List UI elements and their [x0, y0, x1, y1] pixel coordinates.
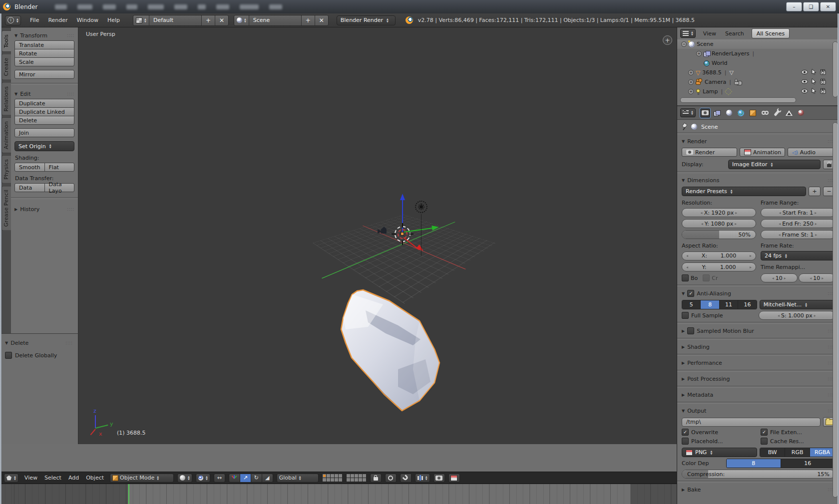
menu-render[interactable]: Render [44, 16, 71, 24]
aspect-y-field[interactable]: ◂Y:1.000▸ [682, 262, 756, 271]
viewport-menu-object[interactable]: Object [83, 475, 106, 481]
panel-header-output[interactable]: ▼Output:::: [682, 406, 835, 416]
restrict-cursor-icon[interactable] [812, 78, 817, 86]
rotate-manipulator-button[interactable]: ↻ [251, 474, 262, 483]
close-button[interactable]: ✕ [820, 2, 836, 11]
panel-header-motion-blur[interactable]: ▶Sampled Motion Blur:::: [682, 326, 835, 336]
render-presets-dropdown[interactable]: Render Presets [682, 187, 806, 196]
properties-tab-render[interactable] [700, 108, 711, 118]
pivot-point-dropdown[interactable] [196, 474, 210, 483]
translate-button[interactable]: Translate [14, 40, 74, 49]
add-layout-button[interactable]: + [201, 15, 215, 25]
join-button[interactable]: Join [14, 128, 74, 137]
restrict-camera-icon[interactable] [820, 69, 827, 76]
aspect-x-field[interactable]: ◂X:1.000▸ [682, 252, 756, 260]
outliner-row-camera[interactable]: +Camera| [677, 77, 839, 87]
layer-cell[interactable] [347, 478, 350, 482]
editor-type-3dview-button[interactable] [4, 474, 18, 483]
expander-plus-icon[interactable]: + [688, 70, 694, 75]
render-animation-button[interactable]: Animation [740, 148, 785, 157]
channel-rgba[interactable]: RGBA [810, 448, 835, 457]
snap-toggle-button[interactable] [400, 474, 412, 483]
outliner-row-scene[interactable]: −Scene [677, 39, 839, 49]
panel-header-antialiasing[interactable]: ▼Anti-Aliasing:::: [682, 288, 835, 298]
aa-sample-5[interactable]: 5 [682, 300, 701, 309]
restrict-eye-icon[interactable] [801, 88, 808, 95]
panel-header-post-processing[interactable]: ▶Post Processing:::: [682, 374, 835, 384]
panel-header-history[interactable]: ▶History:::: [14, 204, 74, 214]
minimize-button[interactable]: – [786, 2, 802, 11]
outliner-row-renderlayers[interactable]: +RenderLayers| [677, 49, 839, 58]
layer-cell[interactable] [363, 478, 366, 482]
manipulator-toggle-button[interactable]: ↔ [214, 474, 225, 483]
duplicate-linked-button[interactable]: Duplicate Linked [14, 107, 74, 116]
channel-bw[interactable]: BW [760, 448, 785, 457]
resolution-y-field[interactable]: ◂Y: 1080 px▸ [682, 219, 756, 228]
aa-sample-16[interactable]: 16 [738, 300, 756, 309]
mode-dropdown[interactable]: Object Mode [110, 474, 174, 483]
delete-button[interactable]: Delete [14, 116, 74, 125]
data-layo-button[interactable]: Data Layo [44, 183, 75, 192]
transform-orientation-dropdown[interactable]: Global [277, 474, 319, 483]
panel-header-dimensions[interactable]: ▼Dimensions:::: [682, 175, 835, 185]
outliner-menu-search[interactable]: Search [723, 30, 747, 37]
layout-name-field[interactable]: Default [149, 15, 201, 25]
output-path-field[interactable]: /tmp\ [682, 418, 821, 427]
editor-type-properties-button[interactable] [680, 108, 696, 117]
layer-cell[interactable] [327, 474, 330, 478]
outliner-display-mode[interactable]: All Scenes [752, 28, 790, 38]
filter-size-field[interactable]: ◂S: 1.000 px▸ [759, 311, 835, 320]
lamp-object[interactable] [415, 201, 427, 213]
close-layout-button[interactable]: ✕ [215, 15, 228, 25]
antialiasing-checkbox[interactable] [687, 290, 694, 297]
flat-shading-button[interactable]: Flat [44, 163, 75, 172]
properties-tab-modifiers[interactable] [772, 108, 783, 118]
panel-header-bake[interactable]: ▶Bake:::: [682, 485, 835, 495]
restrict-cursor-icon[interactable] [812, 69, 817, 76]
expander-plus-icon[interactable]: + [696, 51, 702, 56]
mirror-button[interactable]: Mirror [14, 70, 74, 79]
viewport-menu-view[interactable]: View [22, 475, 40, 481]
placehold-checkbox[interactable] [682, 438, 689, 445]
full-sample-checkbox[interactable] [682, 312, 689, 319]
panel-header-delete[interactable]: ▼Delete:::: [5, 338, 73, 348]
properties-tab-render-layers[interactable] [712, 108, 723, 118]
screen-layout-selector[interactable]: Default + ✕ [133, 15, 229, 26]
resolution-x-field[interactable]: ◂X: 1920 px▸ [682, 208, 756, 217]
close-scene-button[interactable]: ✕ [315, 15, 328, 25]
shelf-tab-animation[interactable]: Animation [1, 117, 11, 153]
aa-sample-11[interactable]: 11 [720, 300, 738, 309]
layer-cell[interactable] [363, 474, 366, 478]
outliner-hscrollbar[interactable] [680, 97, 796, 103]
frame-rate-dropdown[interactable]: 24 fps [761, 251, 835, 260]
layer-cell[interactable] [323, 478, 326, 482]
viewport-3d[interactable]: User Persp + [78, 27, 677, 444]
properties-tab-world[interactable] [736, 108, 747, 118]
outliner-row-world[interactable]: World [677, 58, 839, 68]
layer-cell[interactable] [359, 474, 362, 478]
crop-checkbox[interactable] [703, 274, 710, 281]
layout-icon[interactable] [133, 15, 149, 25]
frame-start-field[interactable]: ◂Start Fra: 1▸ [761, 208, 835, 217]
properties-tab-object[interactable] [748, 108, 759, 118]
shelf-tab-create[interactable]: Create [1, 54, 11, 80]
layer-cell[interactable] [355, 474, 358, 478]
add-scene-button[interactable]: + [301, 15, 315, 25]
smooth-shading-button[interactable]: Smooth [14, 163, 45, 172]
layer-cell[interactable] [331, 478, 334, 482]
camera-object[interactable] [377, 226, 388, 235]
channel-rgb[interactable]: RGB [785, 448, 810, 457]
menu-file[interactable]: File [26, 16, 43, 24]
scene-name-field[interactable]: Scene [249, 15, 301, 25]
layer-cell[interactable] [351, 474, 354, 478]
cursor-3d[interactable] [395, 226, 411, 242]
frame-step-field[interactable]: ◂Frame St: 1▸ [761, 230, 835, 239]
remap-new-field[interactable]: ◂10▸ [799, 273, 836, 282]
layer-cell[interactable] [347, 474, 350, 478]
panel-header-performance[interactable]: ▶Performance:::: [682, 358, 835, 368]
proportional-edit-button[interactable] [385, 474, 397, 483]
restrict-camera-icon[interactable] [820, 79, 827, 86]
aa-sample-8[interactable]: 8 [701, 300, 719, 309]
pin-icon[interactable] [682, 123, 687, 130]
shelf-tab-physics[interactable]: Physics [1, 155, 11, 184]
